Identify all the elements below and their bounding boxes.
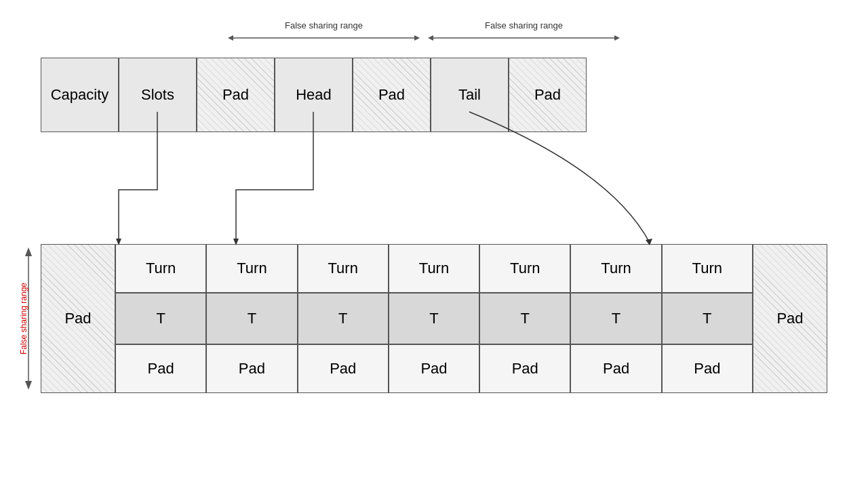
turn-cell-3: Turn (389, 244, 479, 293)
box-pad1: Pad (197, 58, 275, 132)
turn-cell-2: Turn (298, 244, 389, 293)
pad-cell-2: Pad (298, 344, 389, 393)
t-cell-2: T (298, 293, 389, 344)
false-sharing-range-vertical-label: False sharing range (19, 283, 28, 354)
row-pad-bottom: Pad Pad Pad Pad Pad Pad Pad (115, 344, 753, 393)
false-sharing-right-arrow (424, 33, 624, 43)
pad-cell-6: Pad (662, 344, 753, 393)
t-cell-1: T (206, 293, 297, 344)
svg-marker-5 (614, 35, 620, 41)
bottom-pad-left: Pad (41, 244, 115, 393)
svg-marker-2 (414, 35, 420, 41)
false-sharing-left-arrow (224, 33, 424, 43)
box-pad3: Pad (509, 58, 587, 132)
bottom-inner-grid: Turn Turn Turn Turn Turn Turn Turn T T T… (115, 244, 753, 393)
pad-cell-0: Pad (115, 344, 206, 393)
row-t: T T T T T T T (115, 293, 753, 344)
false-sharing-arrows: False sharing range False sharing range (224, 20, 624, 47)
t-cell-4: T (479, 293, 570, 344)
box-pad2: Pad (353, 58, 431, 132)
bottom-section: False sharing range Pad Turn Turn Turn T… (41, 244, 827, 393)
false-sharing-right-label: False sharing range (485, 20, 563, 30)
t-cell-0: T (115, 293, 206, 344)
vertical-label-container: False sharing range (10, 244, 37, 393)
box-head: Head (275, 58, 353, 132)
false-sharing-right-group: False sharing range (424, 20, 624, 47)
top-boxes: Capacity Slots Pad Head Pad Tail Pad (41, 58, 587, 132)
t-cell-3: T (389, 293, 479, 344)
bottom-outer: Pad Turn Turn Turn Turn Turn Turn Turn T… (41, 244, 827, 393)
false-sharing-left-group: False sharing range (224, 20, 424, 47)
turn-cell-4: Turn (479, 244, 570, 293)
turn-cell-5: Turn (570, 244, 661, 293)
pad-cell-5: Pad (570, 344, 661, 393)
box-tail: Tail (431, 58, 509, 132)
pad-cell-1: Pad (206, 344, 297, 393)
box-capacity: Capacity (41, 58, 119, 132)
t-cell-6: T (662, 293, 753, 344)
row-turn: Turn Turn Turn Turn Turn Turn Turn (115, 244, 753, 293)
svg-marker-8 (25, 381, 32, 390)
turn-cell-6: Turn (662, 244, 753, 293)
pad-cell-3: Pad (389, 344, 479, 393)
box-slots: Slots (119, 58, 197, 132)
pad-cell-4: Pad (479, 344, 570, 393)
diagram: False sharing range False sharing range (0, 0, 868, 488)
t-cell-5: T (570, 293, 661, 344)
turn-cell-0: Turn (115, 244, 206, 293)
bottom-pad-right: Pad (753, 244, 827, 393)
turn-cell-1: Turn (206, 244, 297, 293)
false-sharing-left-label: False sharing range (285, 20, 363, 30)
